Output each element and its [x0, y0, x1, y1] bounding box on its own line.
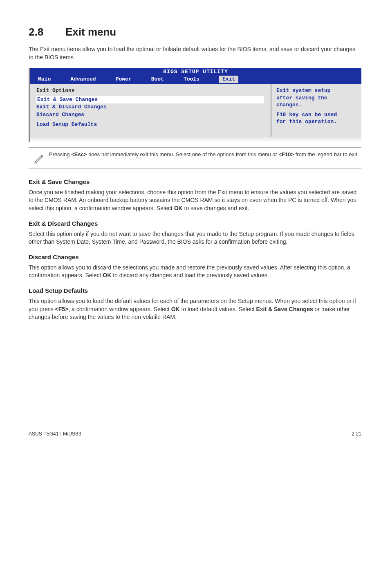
footer-left: ASUS P5G41T-M/USB3: [29, 431, 81, 438]
para-defaults-ex: Exit & Save Changes: [256, 306, 313, 312]
para-save: Once you are finished making your select…: [29, 189, 361, 213]
footer-right: 2-21: [352, 431, 361, 438]
para-defaults-c: to load default values. Select: [180, 306, 256, 312]
para-save-ok: OK: [174, 205, 183, 211]
bios-help-line4: F10 key can be used: [276, 111, 357, 119]
bios-help-line2: after saving the: [276, 94, 357, 102]
para-defaults: This option allows you to load the defau…: [29, 297, 361, 321]
pencil-icon: [29, 151, 49, 165]
sub-heading-discard: Discard Changes: [29, 253, 361, 261]
bios-screenshot: BIOS SETUP UTILITY Main Advanced Power B…: [29, 68, 361, 142]
intro-paragraph: The Exit menu items allow you to load th…: [29, 45, 361, 61]
bios-tab-power: Power: [116, 76, 132, 83]
bios-help-line3: changes.: [276, 101, 357, 109]
para-defaults-key: <F5>: [55, 306, 69, 312]
bios-item-discard-exit: Exit & Discard Changes: [36, 103, 264, 111]
note-post: from the legend bar to exit.: [294, 151, 359, 157]
page-footer: ASUS P5G41T-M/USB3 2-21: [29, 428, 361, 438]
bios-title: BIOS SETUP UTILITY: [30, 68, 361, 76]
para-defaults-ok: OK: [171, 306, 180, 312]
note-key-esc: <Esc>: [71, 151, 87, 157]
para-defaults-b: , a confirmation window appears. Select: [68, 306, 171, 312]
para-discard-exit: Select this option only if you do not wa…: [29, 230, 361, 246]
bios-help-line1: Exit system setup: [276, 87, 357, 94]
note-text: Pressing <Esc> does not immediately exit…: [49, 151, 359, 158]
bios-tab-main: Main: [38, 76, 51, 83]
sub-heading-defaults: Load Setup Defaults: [29, 286, 361, 295]
sub-heading-discard-exit: Exit & Discard Changes: [29, 219, 361, 228]
bios-item-defaults: Load Setup Defaults: [36, 121, 264, 128]
note-key-f10: <F10>: [279, 151, 294, 157]
bios-fade: [30, 137, 361, 142]
bios-item-discard: Discard Changes: [36, 111, 264, 119]
para-discard-ok: OK: [103, 272, 111, 278]
bios-body: Exit Options Exit & Save Changes Exit & …: [30, 84, 361, 137]
bios-item-save: Exit & Save Changes: [36, 96, 264, 103]
note-mid: does not immediately exit this menu. Sel…: [87, 151, 279, 157]
section-title-text: Exit menu: [65, 26, 116, 38]
bios-tab-advanced: Advanced: [70, 76, 96, 83]
bios-help-line5: for this operation.: [276, 118, 357, 126]
para-save-b: to save changes and exit.: [183, 205, 249, 211]
bios-tab-boot: Boot: [151, 76, 164, 83]
bios-group-label: Exit Options: [36, 87, 264, 94]
note-block: Pressing <Esc> does not immediately exit…: [29, 147, 361, 168]
sub-heading-save: Exit & Save Changes: [29, 177, 361, 186]
para-discard-b: to discard any changes and load the prev…: [111, 272, 269, 278]
bios-tab-exit: Exit: [219, 76, 238, 83]
bios-left-pane: Exit Options Exit & Save Changes Exit & …: [30, 84, 271, 137]
section-heading: 2.8Exit menu: [29, 25, 361, 39]
bios-tab-bar: Main Advanced Power Boot Tools Exit: [30, 76, 361, 84]
bios-help-pane: Exit system setup after saving the chang…: [271, 84, 361, 137]
bios-tab-tools: Tools: [184, 76, 199, 83]
para-discard: This option allows you to discard the se…: [29, 264, 361, 280]
note-pre: Pressing: [49, 151, 71, 157]
section-number: 2.8: [29, 25, 65, 39]
